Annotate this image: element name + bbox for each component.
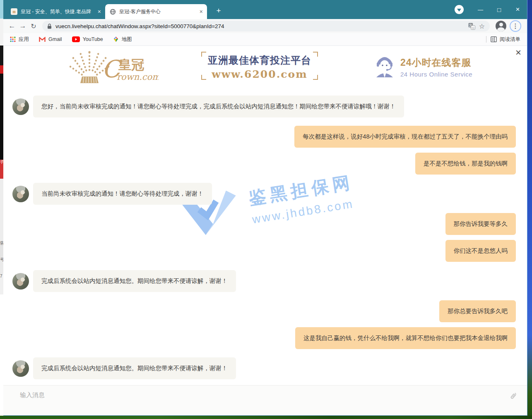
chat-page: × C xyxy=(3,46,527,415)
headset-agent-icon xyxy=(375,56,395,78)
message-bubble: 完成后系统会以站内短消息通知您。期间给您带来不便请谅解，谢谢！ xyxy=(33,357,236,379)
apps-grid-icon xyxy=(10,36,16,42)
svg-text:皇冠: 皇冠 xyxy=(118,57,144,72)
desktop-left-sliver: 子 告 号 7 xyxy=(0,0,3,416)
agent-message: 当前尚未收审核完成的通知！请您耐心等待处理完成，谢谢！ xyxy=(12,183,516,205)
youtube-icon xyxy=(72,36,80,42)
bookmark-star-icon[interactable]: ☆ xyxy=(479,22,485,30)
agent-avatar xyxy=(12,360,29,377)
user-message: 这是我自己赢的钱，凭什么不给我啊，就算不想给你们也要把我本金退给我啊 xyxy=(12,327,516,349)
crown-favicon-icon xyxy=(11,8,17,15)
window-close-button[interactable]: × xyxy=(508,0,527,19)
svg-text:G: G xyxy=(472,26,474,29)
message-bubble: 每次都是这样说，说好48小时完成审核，现在都过了五天了，不能换个理由吗 xyxy=(294,126,516,148)
edge-fragment: 告 xyxy=(0,241,3,257)
message-bubble: 那你告诉我要等多久 xyxy=(445,213,516,235)
url-text: vuecn.livehelpu.chat/chatWindow.aspx?sit… xyxy=(55,23,465,29)
edge-fragment: 号 xyxy=(0,257,3,274)
lock-icon xyxy=(47,24,52,29)
tab-title: 皇冠-客户服务中心 xyxy=(119,8,196,15)
agent-avatar xyxy=(12,186,29,202)
svg-text:rown.com: rown.com xyxy=(117,72,159,82)
new-tab-button[interactable]: + xyxy=(213,6,224,15)
profile-avatar-button[interactable] xyxy=(496,21,506,31)
paperclip-icon[interactable] xyxy=(509,391,517,400)
message-bubble: 当前尚未收审核完成的通知！请您耐心等待处理完成，谢谢！ xyxy=(33,183,212,205)
edge-fragment: 子 xyxy=(0,160,3,179)
slogan-line2: www.6200.com xyxy=(201,68,318,80)
kebab-icon: ⋮ xyxy=(513,22,519,30)
user-message: 那你总要告诉我多久吧 xyxy=(12,300,516,322)
bookmark-youtube[interactable]: YouTube xyxy=(72,36,103,42)
globe-favicon-icon xyxy=(109,8,116,15)
reload-button-icon[interactable]: ↻ xyxy=(28,22,39,30)
message-input[interactable] xyxy=(20,391,475,398)
tab-close-icon[interactable]: × xyxy=(200,8,203,15)
bookmark-gmail[interactable]: Gmail xyxy=(39,36,62,42)
back-button-icon[interactable]: ← xyxy=(7,22,17,30)
bookmarks-bar: 应用 Gmail YouTube 地图 阅读清单 xyxy=(3,33,527,46)
forward-button-icon[interactable]: → xyxy=(17,22,28,30)
user-message: 每次都是这样说，说好48小时完成审核，现在都过了五天了，不能换个理由吗 xyxy=(12,126,516,148)
page-close-icon[interactable]: × xyxy=(515,48,521,57)
crown-logo: C 皇冠 rown.com xyxy=(65,51,159,86)
agent-message: 完成后系统会以站内短消息通知您。期间给您带来不便请谅解，谢谢！ xyxy=(12,270,516,292)
translate-icon[interactable]: 文G xyxy=(468,23,475,30)
bookmarks-divider xyxy=(486,36,486,43)
agent-avatar xyxy=(12,273,29,290)
user-message: 你们这不是忽悠人吗 xyxy=(12,240,516,262)
message-composer xyxy=(3,385,527,415)
agent-message: 您好，当前尚未收审核完成的通知！请您耐心等待处理完成，完成后系统会以站内短消息通… xyxy=(12,96,516,117)
desktop-right-sliver xyxy=(527,0,532,419)
agent-message: 完成后系统会以站内短消息通知您。期间给您带来不便请谅解，谢谢！ xyxy=(12,357,516,379)
bookmark-maps[interactable]: 地图 xyxy=(113,36,132,43)
bookmark-apps[interactable]: 应用 xyxy=(10,36,29,43)
reading-list-button[interactable]: 阅读清单 xyxy=(491,36,520,43)
browser-tab-chat-active[interactable]: 皇冠-客户服务中心 × xyxy=(105,4,207,19)
browser-window: 皇冠 - 安全、简单、快捷.老品牌 × 皇冠-客户服务中心 × + — □ × … xyxy=(3,0,527,416)
service-banner: 24小时在线客服 24 Hours Online Service xyxy=(375,56,472,78)
gmail-icon xyxy=(39,37,46,42)
edge-fragment: 7 xyxy=(0,274,3,294)
agent-avatar xyxy=(12,98,29,115)
reading-list-icon xyxy=(491,36,497,42)
tab-title: 皇冠 - 安全、简单、快捷.老品牌 xyxy=(21,8,94,15)
user-message: 是不是不想给钱，那是我的钱啊 xyxy=(12,153,516,175)
slogan-line1: 亚洲最佳体育投注平台 xyxy=(201,54,318,67)
message-bubble: 您好，当前尚未收审核完成的通知！请您耐心等待处理完成，完成后系统会以站内短消息通… xyxy=(33,96,404,117)
desktop-bottom-sliver xyxy=(0,416,532,419)
browser-titlebar: 皇冠 - 安全、简单、快捷.老品牌 × 皇冠-客户服务中心 × + — □ × xyxy=(3,0,527,19)
tab-close-icon[interactable]: × xyxy=(98,8,101,15)
service-subtitle: 24 Hours Online Service xyxy=(400,71,472,78)
maps-icon xyxy=(113,36,119,43)
window-maximize-button[interactable]: □ xyxy=(490,0,508,19)
browser-menu-button[interactable]: ⋮ xyxy=(510,20,521,32)
browser-toolbar: ← → ↻ vuecn.livehelpu.chat/chatWindow.as… xyxy=(3,19,527,33)
message-bubble: 你们这不是忽悠人吗 xyxy=(445,240,516,262)
user-message: 那你告诉我要等多久 xyxy=(12,213,516,235)
message-bubble: 那你总要告诉我多久吧 xyxy=(439,300,516,322)
message-bubble: 是不是不想给钱，那是我的钱啊 xyxy=(415,153,516,175)
service-title: 24小时在线客服 xyxy=(400,56,472,69)
window-minimize-button[interactable]: — xyxy=(471,0,490,19)
chat-message-list: 您好，当前尚未收审核完成的通知！请您耐心等待处理完成，完成后系统会以站内短消息通… xyxy=(3,87,527,385)
site-slogan: 亚洲最佳体育投注平台 www.6200.com xyxy=(201,52,318,80)
update-indicator-icon[interactable] xyxy=(455,5,464,14)
address-bar[interactable]: vuecn.livehelpu.chat/chatWindow.aspx?sit… xyxy=(42,21,490,31)
browser-tab-crown-home[interactable]: 皇冠 - 安全、简单、快捷.老品牌 × xyxy=(7,4,105,19)
message-bubble: 这是我自己赢的钱，凭什么不给我啊，就算不想给你们也要把我本金退给我啊 xyxy=(295,327,516,349)
message-bubble: 完成后系统会以站内短消息通知您。期间给您带来不便请谅解，谢谢！ xyxy=(33,270,236,292)
